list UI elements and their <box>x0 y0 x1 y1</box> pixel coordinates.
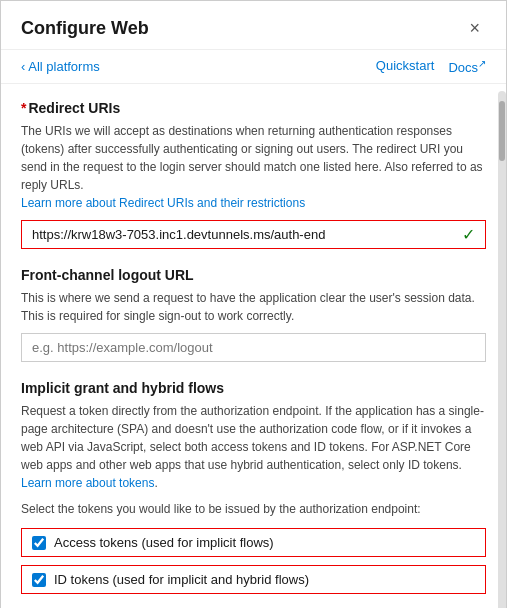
access-tokens-label: Access tokens (used for implicit flows) <box>54 535 274 550</box>
redirect-uris-title: *Redirect URIs <box>21 100 486 116</box>
access-tokens-item: Access tokens (used for implicit flows) <box>21 528 486 557</box>
id-tokens-item: ID tokens (used for implicit and hybrid … <box>21 565 486 594</box>
redirect-uri-check-icon: ✓ <box>452 225 485 244</box>
redirect-uris-section: *Redirect URIs The URIs we will accept a… <box>21 100 486 249</box>
front-channel-desc: This is where we send a request to have … <box>21 289 486 325</box>
redirect-uri-input[interactable] <box>22 221 452 248</box>
redirect-uris-link[interactable]: Learn more about Redirect URIs and their… <box>21 196 305 210</box>
front-channel-section: Front-channel logout URL This is where w… <box>21 267 486 362</box>
modal-body: *Redirect URIs The URIs we will accept a… <box>1 84 506 608</box>
scrollbar-thumb[interactable] <box>499 101 505 161</box>
implicit-grant-section: Implicit grant and hybrid flows Request … <box>21 380 486 594</box>
configure-web-modal: Configure Web × ‹ All platforms Quicksta… <box>0 0 507 608</box>
front-channel-input-row <box>21 333 486 362</box>
modal-header: Configure Web × <box>1 1 506 50</box>
required-star: * <box>21 100 26 116</box>
all-platforms-link[interactable]: ‹ All platforms <box>21 59 100 74</box>
docs-link[interactable]: Docs↗ <box>448 58 486 75</box>
id-tokens-checkbox[interactable] <box>32 573 46 587</box>
select-tokens-label: Select the tokens you would like to be i… <box>21 500 486 518</box>
modal-title: Configure Web <box>21 18 149 39</box>
back-nav: ‹ All platforms <box>21 59 100 74</box>
id-tokens-label: ID tokens (used for implicit and hybrid … <box>54 572 309 587</box>
nav-right: Quickstart Docs↗ <box>376 58 486 75</box>
modal-nav: ‹ All platforms Quickstart Docs↗ <box>1 50 506 84</box>
external-link-icon: ↗ <box>478 58 486 69</box>
quickstart-link[interactable]: Quickstart <box>376 58 435 75</box>
implicit-grant-desc: Request a token directly from the author… <box>21 402 486 492</box>
token-checkboxes: Access tokens (used for implicit flows) … <box>21 528 486 594</box>
close-button[interactable]: × <box>463 17 486 39</box>
redirect-uri-input-row: ✓ <box>21 220 486 249</box>
scrollbar-track <box>498 91 506 608</box>
redirect-uris-desc: The URIs we will accept as destinations … <box>21 122 486 212</box>
implicit-grant-title: Implicit grant and hybrid flows <box>21 380 486 396</box>
learn-more-tokens-link[interactable]: Learn more about tokens <box>21 476 154 490</box>
access-tokens-checkbox[interactable] <box>32 536 46 550</box>
front-channel-input[interactable] <box>22 334 485 361</box>
front-channel-title: Front-channel logout URL <box>21 267 486 283</box>
